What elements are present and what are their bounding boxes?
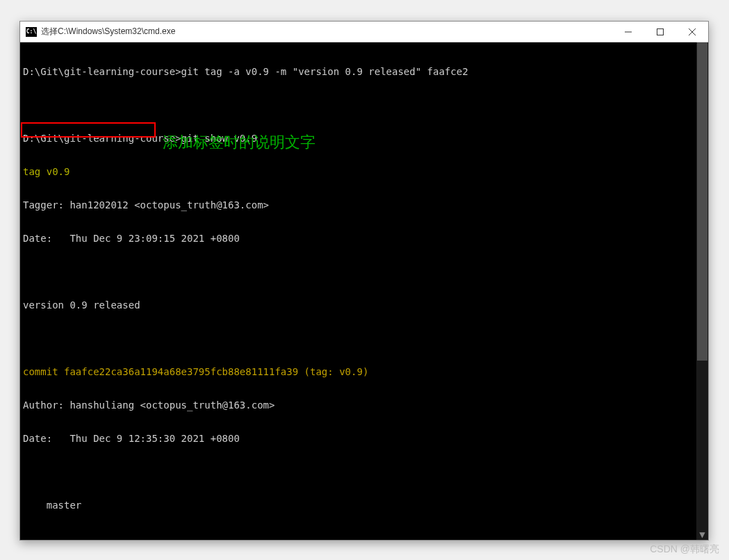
svg-rect-1 — [657, 28, 664, 35]
date-line: Date: Thu Dec 9 12:35:30 2021 +0800 — [23, 433, 696, 444]
cmd-window: C:\ 选择C:\Windows\System32\cmd.exe D:\Git… — [19, 21, 709, 541]
date-line: Date: Thu Dec 9 23:09:15 2021 +0800 — [23, 233, 696, 244]
scrollbar-thumb[interactable] — [697, 42, 707, 361]
prompt: D:\Git\git-learning-course> — [23, 66, 181, 77]
prompt: D:\Git\git-learning-course> — [23, 133, 181, 144]
window-controls — [612, 22, 708, 42]
author-line: Author: hanshuliang <octopus_truth@163.c… — [23, 400, 696, 411]
tag-line: tag v0.9 — [23, 166, 696, 177]
window-title: 选择C:\Windows\System32\cmd.exe — [41, 26, 612, 38]
command-text: git show v0.9 — [181, 133, 258, 144]
command-text: git tag -a v0.9 -m "version 0.9 released… — [181, 66, 468, 77]
watermark: CSDN @韩曙亮 — [650, 543, 719, 556]
close-button[interactable] — [676, 22, 708, 42]
titlebar[interactable]: C:\ 选择C:\Windows\System32\cmd.exe — [20, 22, 708, 42]
tagger-line: Tagger: han1202012 <octopus_truth@163.co… — [23, 199, 696, 211]
cmd-icon: C:\ — [26, 27, 37, 37]
terminal-content: D:\Git\git-learning-course>git tag -a v0… — [23, 44, 696, 540]
terminal-area[interactable]: D:\Git\git-learning-course>git tag -a v0… — [20, 42, 708, 540]
scrollbar[interactable]: ▲ ▼ — [696, 42, 708, 540]
scrollbar-down-button[interactable]: ▼ — [696, 528, 708, 540]
minimize-button[interactable] — [612, 22, 644, 42]
ref-tag: tag: v0.9 — [310, 366, 363, 377]
tag-message: version 0.9 released — [23, 299, 696, 311]
commit-hash: commit faafce22ca36a1194a68e3795fcb88e81… — [23, 366, 304, 377]
maximize-button[interactable] — [644, 22, 676, 42]
commit-message: master — [23, 500, 696, 511]
